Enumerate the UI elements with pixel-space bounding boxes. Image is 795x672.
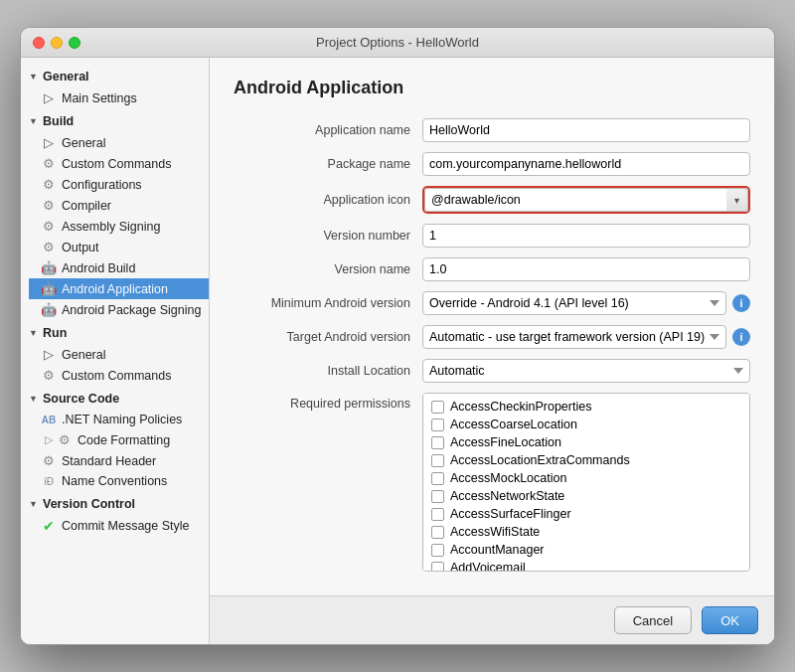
application-icon-input[interactable] <box>424 188 726 212</box>
permission-checkbox[interactable] <box>431 419 444 431</box>
sidebar-item-assembly-signing[interactable]: ⚙ Assembly Signing <box>29 216 209 237</box>
sidebar-item-label: Main Settings <box>62 91 137 105</box>
minimize-button[interactable] <box>51 37 63 49</box>
sidebar-item-main-settings[interactable]: ▷ Main Settings <box>29 87 209 108</box>
sidebar-item-label: General <box>62 136 105 150</box>
permission-label: AccessNetworkState <box>450 489 564 503</box>
permissions-list[interactable]: AccessCheckinProperties AccessCoarseLoca… <box>422 393 750 572</box>
sidebar-item-name-conventions[interactable]: íÐ Name Conventions <box>29 471 209 491</box>
install-location-select[interactable]: Automatic <box>422 359 750 383</box>
sidebar-item-android-build[interactable]: 🤖 Android Build <box>29 257 209 278</box>
traffic-lights <box>33 37 80 49</box>
sidebar-item-run-custom-commands[interactable]: ⚙ Custom Commands <box>29 365 209 386</box>
permission-item[interactable]: AccessFineLocation <box>423 433 749 451</box>
sidebar-group-build[interactable]: ▼ Build <box>21 110 209 132</box>
target-android-version-row: Target Android version Automatic - use t… <box>234 325 750 349</box>
sidebar-build-children: ▷ General ⚙ Custom Commands ⚙ Configurat… <box>21 132 209 320</box>
gear-icon: ⚙ <box>41 240 57 254</box>
sidebar-group-version-control-label: Version Control <box>43 497 135 511</box>
application-name-input[interactable] <box>422 118 750 142</box>
panel-title: Android Application <box>234 78 750 98</box>
permission-item[interactable]: AccessMockLocation <box>423 469 749 487</box>
target-android-info-button[interactable]: i <box>732 328 750 346</box>
sidebar-section-general: ▼ General ▷ Main Settings <box>21 66 209 108</box>
sidebar-group-source-code-label: Source Code <box>43 392 119 406</box>
install-location-row: Install Location Automatic <box>234 359 750 383</box>
permission-checkbox[interactable] <box>431 454 444 467</box>
sidebar-item-naming-policies[interactable]: AB .NET Naming Policies <box>29 410 209 429</box>
min-android-version-select[interactable]: Override - Android 4.1 (API level 16) <box>422 291 726 315</box>
permission-label: AccessMockLocation <box>450 471 566 485</box>
permission-item[interactable]: AccessSurfaceFlinger <box>423 505 749 523</box>
sidebar-section-source-code: ▼ Source Code AB .NET Naming Policies ▷ … <box>21 388 209 491</box>
bottom-bar: Cancel OK <box>210 595 774 644</box>
sidebar-item-label: Android Package Signing <box>62 303 201 317</box>
permission-checkbox[interactable] <box>431 544 444 557</box>
permission-checkbox[interactable] <box>431 508 444 521</box>
sidebar-item-android-package-signing[interactable]: 🤖 Android Package Signing <box>29 299 209 320</box>
permission-item[interactable]: AddVoicemail <box>423 559 749 572</box>
sidebar-item-android-application[interactable]: 🤖 Android Application <box>29 278 209 299</box>
sidebar-item-label: Commit Message Style <box>62 519 190 533</box>
titlebar: Project Options - HelloWorld <box>21 28 774 58</box>
permission-item[interactable]: AccessCheckinProperties <box>423 398 749 416</box>
maximize-button[interactable] <box>69 37 80 49</box>
close-button[interactable] <box>33 37 45 49</box>
sidebar-item-run-general[interactable]: ▷ General <box>29 344 209 365</box>
permission-checkbox[interactable] <box>431 526 444 539</box>
version-number-label: Version number <box>234 229 422 243</box>
permission-label: AccountManager <box>450 543 545 557</box>
permission-checkbox[interactable] <box>431 562 444 573</box>
version-name-label: Version name <box>234 262 422 276</box>
application-name-row: Application name <box>234 118 750 142</box>
permission-checkbox[interactable] <box>431 401 444 414</box>
sidebar-item-output[interactable]: ⚙ Output <box>29 237 209 257</box>
version-number-input[interactable] <box>422 224 750 248</box>
target-android-version-wrapper: Automatic - use target framework version… <box>422 325 750 349</box>
sidebar-item-label: Standard Header <box>62 454 156 468</box>
gear-icon: ⚙ <box>57 432 73 447</box>
gear-icon: ⚙ <box>41 198 57 213</box>
sidebar-source-code-children: AB .NET Naming Policies ▷ ⚙ Code Formatt… <box>21 410 209 491</box>
permission-item[interactable]: AccessNetworkState <box>423 487 749 505</box>
permission-item[interactable]: AccessLocationExtraCommands <box>423 451 749 469</box>
cancel-button[interactable]: Cancel <box>614 606 692 634</box>
sidebar-item-custom-commands[interactable]: ⚙ Custom Commands <box>29 153 209 174</box>
application-icon-dropdown[interactable]: ▾ <box>726 188 748 212</box>
sidebar-group-run[interactable]: ▼ Run <box>21 322 209 344</box>
permission-item[interactable]: AccessCoarseLocation <box>423 416 749 433</box>
target-android-version-select[interactable]: Automatic - use target framework version… <box>422 325 726 349</box>
window-title: Project Options - HelloWorld <box>316 35 479 50</box>
ok-button[interactable]: OK <box>702 606 758 634</box>
min-android-info-button[interactable]: i <box>732 294 750 312</box>
permission-checkbox[interactable] <box>431 436 444 449</box>
permission-checkbox[interactable] <box>431 490 444 503</box>
triangle-icon: ▷ <box>41 347 57 362</box>
sidebar-item-build-general[interactable]: ▷ General <box>29 132 209 153</box>
sidebar-item-label: Output <box>62 241 99 254</box>
min-android-version-wrapper: Override - Android 4.1 (API level 16) i <box>422 291 750 315</box>
sidebar-group-general[interactable]: ▼ General <box>21 66 209 87</box>
application-icon-wrapper: ▾ <box>422 186 750 214</box>
permission-label: AccessSurfaceFlinger <box>450 507 571 521</box>
application-name-label: Application name <box>234 123 422 137</box>
sidebar-item-label: Name Conventions <box>62 474 167 488</box>
android-icon: 🤖 <box>41 302 57 317</box>
permission-item[interactable]: AccessWifiState <box>423 523 749 541</box>
sidebar-item-compiler[interactable]: ⚙ Compiler <box>29 195 209 216</box>
sidebar-item-configurations[interactable]: ⚙ Configurations <box>29 174 209 195</box>
sidebar-item-standard-header[interactable]: ⚙ Standard Header <box>29 450 209 471</box>
sidebar-item-label: Custom Commands <box>62 369 171 383</box>
permission-checkbox[interactable] <box>431 472 444 485</box>
required-permissions-label: Required permissions <box>234 393 422 411</box>
sidebar-group-source-code[interactable]: ▼ Source Code <box>21 388 209 410</box>
android-icon: 🤖 <box>41 260 57 275</box>
sidebar-item-commit-message[interactable]: ✔ Commit Message Style <box>29 515 209 537</box>
sidebar-item-label: Configurations <box>62 178 142 192</box>
permission-item[interactable]: AccountManager <box>423 541 749 559</box>
sidebar-group-version-control[interactable]: ▼ Version Control <box>21 493 209 515</box>
package-name-input[interactable] <box>422 152 750 176</box>
sidebar-item-label: Assembly Signing <box>62 220 160 234</box>
sidebar-item-code-formatting[interactable]: ▷ ⚙ Code Formatting <box>29 429 209 450</box>
version-name-input[interactable] <box>422 257 750 281</box>
